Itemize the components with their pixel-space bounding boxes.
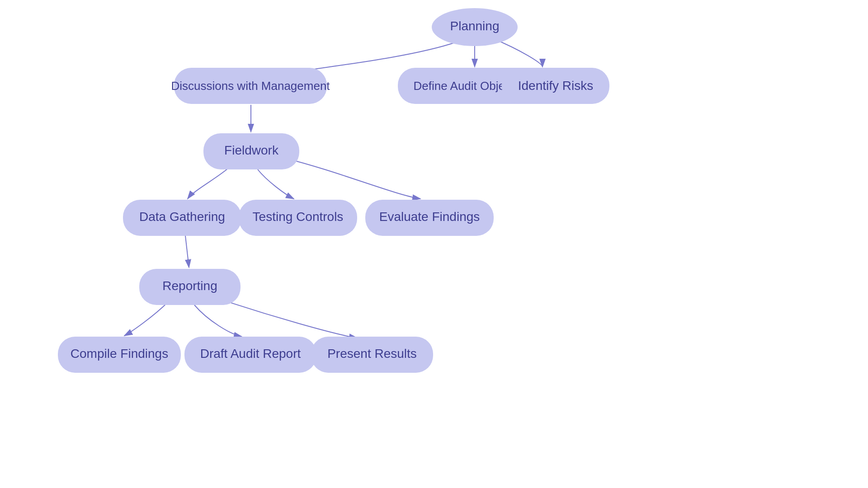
- arrow-reporting-compilefindings: [124, 302, 168, 336]
- datagathering-label: Data Gathering: [139, 210, 225, 224]
- planning-label: Planning: [450, 19, 500, 33]
- fieldwork-label: Fieldwork: [224, 143, 279, 157]
- presentresults-label: Present Results: [327, 347, 417, 361]
- arrow-datagathering-reporting: [185, 236, 189, 267]
- identifyrisks-label: Identify Risks: [518, 79, 594, 93]
- arrow-reporting-presentresults: [217, 298, 357, 338]
- compilefindings-label: Compile Findings: [71, 347, 168, 361]
- reporting-label: Reporting: [162, 279, 217, 293]
- discussions-label: Discussions with Management: [171, 79, 330, 93]
- arrow-fieldwork-datagathering: [188, 166, 231, 199]
- arrow-fieldwork-evaluatefindings: [285, 158, 420, 199]
- evaluatefindings-label: Evaluate Findings: [379, 210, 480, 224]
- diagram: Planning Discussions with Management Def…: [0, 0, 868, 488]
- arrow-reporting-draftreport: [194, 305, 242, 337]
- testingcontrols-label: Testing Controls: [253, 210, 344, 224]
- arrow-planning-identifyrisks: [493, 38, 542, 67]
- draftreport-label: Draft Audit Report: [200, 347, 301, 361]
- arrow-fieldwork-testingcontrols: [258, 169, 294, 199]
